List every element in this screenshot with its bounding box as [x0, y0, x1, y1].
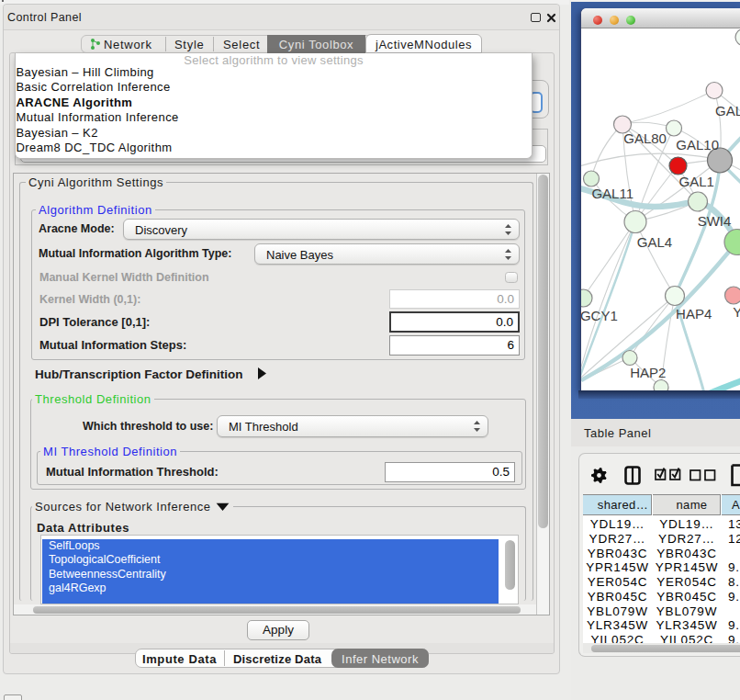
svg-text:GAL7: GAL7 — [715, 103, 740, 119]
svg-text:GAL10: GAL10 — [676, 137, 719, 152]
svg-text:GAL4: GAL4 — [637, 234, 672, 250]
svg-text:HAP4: HAP4 — [676, 306, 712, 322]
svg-text:GAL1: GAL1 — [679, 174, 714, 189]
svg-text:Y: Y — [733, 304, 740, 320]
svg-text:GAL80: GAL80 — [623, 130, 667, 146]
svg-text:GAL11: GAL11 — [591, 186, 633, 201]
svg-text:HAP2: HAP2 — [630, 365, 666, 380]
svg-text:GCY1: GCY1 — [581, 308, 618, 323]
svg-text:SWI4: SWI4 — [698, 213, 732, 229]
